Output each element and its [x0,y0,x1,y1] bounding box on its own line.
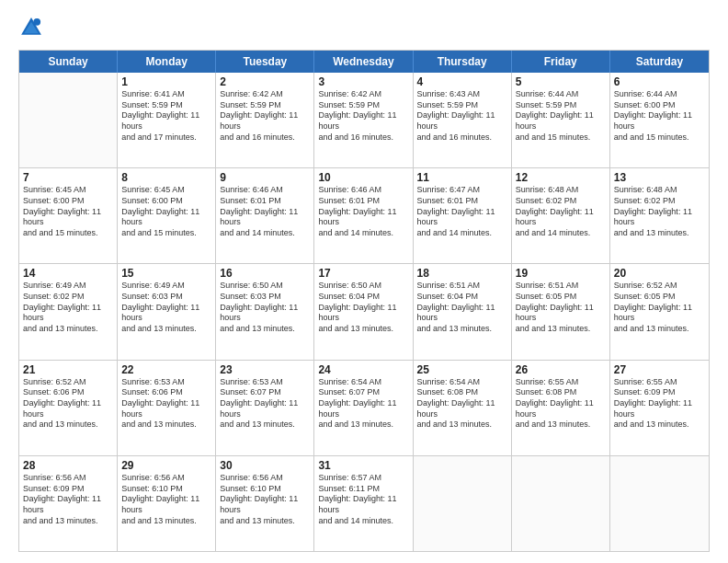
calendar-cell: 1Sunrise: 6:41 AMSunset: 5:59 PMDaylight… [118,73,216,167]
sunset-text: Sunset: 6:11 PM [318,484,408,495]
daylight-text-2: and and 13 minutes. [614,324,705,335]
sunset-text: Sunset: 6:05 PM [516,292,606,303]
calendar-week-4: 21Sunrise: 6:52 AMSunset: 6:06 PMDayligh… [19,361,709,456]
sunrise-text: Sunrise: 6:57 AM [318,473,408,484]
calendar-header-tuesday: Tuesday [216,51,314,73]
daylight-text-1: Daylight: Daylight: 11 hours [614,303,705,324]
calendar-cell: 3Sunrise: 6:42 AMSunset: 5:59 PMDaylight… [314,73,413,167]
day-number: 19 [516,267,606,280]
daylight-text-2: and and 17 minutes. [121,132,211,144]
sunrise-text: Sunrise: 6:56 AM [220,473,310,484]
sunset-text: Sunset: 6:06 PM [121,387,211,398]
logo [18,15,48,40]
day-number: 3 [318,75,408,88]
day-number: 6 [614,75,705,88]
calendar-cell: 14Sunrise: 6:49 AMSunset: 6:02 PMDayligh… [19,264,118,359]
day-number: 28 [23,459,113,472]
sunrise-text: Sunrise: 6:54 AM [318,377,408,388]
daylight-text-1: Daylight: Daylight: 11 hours [121,207,211,228]
calendar: SundayMondayTuesdayWednesdayThursdayFrid… [18,50,710,552]
sunset-text: Sunset: 5:59 PM [417,100,507,111]
daylight-text-2: and and 14 minutes. [417,228,507,239]
calendar-cell: 10Sunrise: 6:46 AMSunset: 6:01 PMDayligh… [314,168,413,263]
day-number: 26 [516,363,606,376]
calendar-week-2: 7Sunrise: 6:45 AMSunset: 6:00 PMDaylight… [19,168,709,264]
daylight-text-1: Daylight: Daylight: 11 hours [220,398,310,419]
sunset-text: Sunset: 6:03 PM [220,292,310,303]
sunset-text: Sunset: 6:04 PM [417,292,507,303]
day-number: 29 [121,459,211,472]
calendar-cell: 23Sunrise: 6:53 AMSunset: 6:07 PMDayligh… [216,361,314,455]
daylight-text-1: Daylight: Daylight: 11 hours [516,110,606,132]
calendar-header-sunday: Sunday [19,51,118,73]
daylight-text-2: and and 13 minutes. [417,324,507,335]
sunrise-text: Sunrise: 6:51 AM [516,281,606,292]
sunrise-text: Sunrise: 6:49 AM [23,281,113,292]
daylight-text-1: Daylight: Daylight: 11 hours [318,494,408,515]
daylight-text-1: Daylight: Daylight: 11 hours [417,110,507,132]
sunset-text: Sunset: 6:05 PM [614,292,705,303]
daylight-text-1: Daylight: Daylight: 11 hours [121,303,211,324]
calendar-cell [610,456,709,551]
daylight-text-2: and and 13 minutes. [220,324,310,335]
sunset-text: Sunset: 6:01 PM [220,196,310,207]
daylight-text-1: Daylight: Daylight: 11 hours [417,398,507,419]
calendar-cell [414,456,512,551]
sunset-text: Sunset: 6:00 PM [614,100,705,111]
day-number: 13 [614,171,705,184]
svg-point-2 [33,18,40,26]
daylight-text-1: Daylight: Daylight: 11 hours [121,110,211,132]
calendar-cell: 16Sunrise: 6:50 AMSunset: 6:03 PMDayligh… [216,264,314,359]
sunrise-text: Sunrise: 6:46 AM [318,185,408,196]
daylight-text-1: Daylight: Daylight: 11 hours [318,303,408,324]
day-number: 22 [121,363,211,376]
day-number: 17 [318,267,408,280]
calendar-week-3: 14Sunrise: 6:49 AMSunset: 6:02 PMDayligh… [19,264,709,360]
daylight-text-2: and and 13 minutes. [318,419,408,431]
sunrise-text: Sunrise: 6:50 AM [220,281,310,292]
calendar-body: 1Sunrise: 6:41 AMSunset: 5:59 PMDaylight… [19,73,709,551]
calendar-cell: 6Sunrise: 6:44 AMSunset: 6:00 PMDaylight… [610,73,709,167]
calendar-cell: 12Sunrise: 6:48 AMSunset: 6:02 PMDayligh… [512,168,610,263]
daylight-text-1: Daylight: Daylight: 11 hours [318,398,408,419]
sunset-text: Sunset: 6:02 PM [516,196,606,207]
daylight-text-1: Daylight: Daylight: 11 hours [516,398,606,419]
daylight-text-2: and and 13 minutes. [121,516,211,527]
daylight-text-2: and and 15 minutes. [121,228,211,239]
day-number: 18 [417,267,507,280]
daylight-text-2: and and 15 minutes. [614,132,705,144]
daylight-text-2: and and 14 minutes. [318,228,408,239]
daylight-text-2: and and 13 minutes. [23,419,113,431]
daylight-text-1: Daylight: Daylight: 11 hours [614,207,705,228]
day-number: 1 [121,75,211,88]
day-number: 12 [516,171,606,184]
daylight-text-1: Daylight: Daylight: 11 hours [220,110,310,132]
sunrise-text: Sunrise: 6:49 AM [121,281,211,292]
calendar-cell: 21Sunrise: 6:52 AMSunset: 6:06 PMDayligh… [19,361,118,455]
sunrise-text: Sunrise: 6:48 AM [516,185,606,196]
sunset-text: Sunset: 6:03 PM [121,292,211,303]
daylight-text-2: and and 13 minutes. [220,419,310,431]
calendar-cell: 9Sunrise: 6:46 AMSunset: 6:01 PMDaylight… [216,168,314,263]
sunrise-text: Sunrise: 6:43 AM [417,89,507,100]
sunrise-text: Sunrise: 6:54 AM [417,377,507,388]
calendar-cell: 19Sunrise: 6:51 AMSunset: 6:05 PMDayligh… [512,264,610,359]
daylight-text-2: and and 13 minutes. [220,516,310,527]
daylight-text-1: Daylight: Daylight: 11 hours [614,110,705,132]
logo-icon [18,15,44,40]
sunset-text: Sunset: 6:08 PM [516,387,606,398]
day-number: 23 [220,363,310,376]
day-number: 9 [220,171,310,184]
sunset-text: Sunset: 6:06 PM [23,387,113,398]
day-number: 10 [318,171,408,184]
daylight-text-1: Daylight: Daylight: 11 hours [318,110,408,132]
calendar-cell: 28Sunrise: 6:56 AMSunset: 6:09 PMDayligh… [19,456,118,551]
daylight-text-2: and and 14 minutes. [516,228,606,239]
sunset-text: Sunset: 6:02 PM [614,196,705,207]
daylight-text-1: Daylight: Daylight: 11 hours [318,207,408,228]
sunset-text: Sunset: 6:09 PM [23,484,113,495]
calendar-cell [19,73,118,167]
calendar-cell: 11Sunrise: 6:47 AMSunset: 6:01 PMDayligh… [414,168,512,263]
calendar-header-thursday: Thursday [414,51,512,73]
calendar-week-1: 1Sunrise: 6:41 AMSunset: 5:59 PMDaylight… [19,73,709,168]
